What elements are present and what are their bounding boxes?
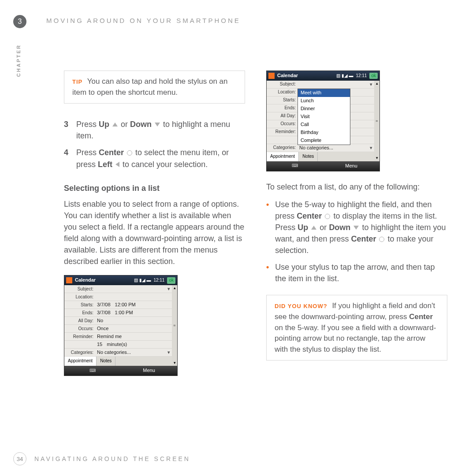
up-icon: [311, 226, 316, 230]
tip-callout: TIP You can also tap and hold the stylus…: [64, 71, 245, 104]
app-title: Calendar: [277, 72, 298, 79]
center-icon: [379, 237, 384, 242]
did-you-know-callout: DID YOU KNOW? If you highlight a field a…: [266, 295, 447, 361]
clock: 12:11: [153, 277, 164, 284]
ok-button[interactable]: ok: [369, 73, 378, 79]
step-4: 4 Press Center to select the menu item, …: [64, 147, 245, 170]
calendar-screenshot-1: Calendar ▧ ▮◢ ▬ 12:11 ok Subject:▾ Locat…: [64, 275, 178, 376]
left-icon: [115, 162, 119, 167]
key-up: Up: [298, 223, 308, 232]
key-up: Up: [99, 120, 109, 129]
footer-text: NAVIGATING AROUND THE SCREEN: [34, 455, 190, 462]
key-down: Down: [329, 223, 350, 232]
reminder-time-field[interactable]: 15minute(s): [95, 341, 172, 348]
start-icon: [66, 277, 72, 283]
option-list: • Use the 5-way to highlight the field, …: [266, 199, 447, 285]
bullet-icon: •: [266, 261, 269, 284]
running-header: MOVING AROUND ON YOUR SMARTPHONE: [46, 17, 241, 24]
chapter-number-badge: 3: [13, 15, 26, 28]
right-intro: To select from a list, do any of the fol…: [266, 181, 447, 193]
list-item[interactable]: Complete: [298, 137, 350, 145]
list-item[interactable]: Meet with: [298, 89, 350, 97]
chevron-down-icon[interactable]: ▾: [368, 81, 374, 88]
start-icon: [268, 73, 275, 79]
step-number: 4: [64, 147, 71, 170]
keyboard-icon[interactable]: ⌨: [267, 163, 323, 169]
chapter-side-label: CHAPTER: [16, 44, 21, 77]
bullet-icon: •: [266, 199, 269, 256]
clock: 12:11: [356, 73, 367, 79]
tip-text: You can also tap and hold the stylus on …: [72, 77, 228, 97]
menu-softkey[interactable]: Menu: [323, 163, 379, 170]
tip-label: TIP: [72, 78, 82, 85]
up-icon: [112, 123, 118, 126]
page-footer: 34 NAVIGATING AROUND THE SCREEN: [13, 452, 190, 465]
chevron-down-icon[interactable]: ▾: [166, 349, 172, 356]
tab-notes[interactable]: Notes: [97, 357, 115, 366]
starts-field[interactable]: 3/7/0812:00 PM: [95, 301, 172, 309]
keyboard-icon[interactable]: ⌨: [64, 368, 121, 374]
down-icon: [155, 123, 160, 126]
step-3: 3 Press Up or Down to highlight a menu i…: [64, 119, 245, 141]
calendar-screenshot-2: Calendar ▧ ▮◢ ▬ 12:11 ok Subject:▾ Locat…: [266, 71, 380, 171]
list-item[interactable]: Call: [298, 121, 350, 129]
list-item[interactable]: Birthday: [298, 129, 350, 137]
center-icon: [325, 214, 330, 219]
ends-field[interactable]: 3/7/081:00 PM: [95, 309, 172, 316]
key-center: Center: [351, 234, 376, 243]
tab-notes[interactable]: Notes: [299, 152, 318, 161]
categories-field[interactable]: No categories...: [298, 145, 368, 152]
right-column: Calendar ▧ ▮◢ ▬ 12:11 ok Subject:▾ Locat…: [266, 71, 447, 376]
key-center: Center: [99, 148, 124, 157]
list-item[interactable]: Visit: [298, 113, 350, 121]
chevron-down-icon[interactable]: ▾: [166, 286, 172, 293]
occurs-field[interactable]: Once: [95, 325, 172, 332]
ok-button[interactable]: ok: [167, 277, 175, 284]
app-title: Calendar: [75, 277, 96, 284]
subject-dropdown[interactable]: Meet with Lunch Dinner Visit Call Birthd…: [298, 89, 350, 145]
step-number: 3: [64, 119, 71, 141]
scrollbar[interactable]: ▴=▾: [172, 285, 177, 366]
key-down: Down: [130, 120, 152, 129]
chevron-down-icon[interactable]: ▾: [368, 145, 374, 152]
menu-softkey[interactable]: Menu: [121, 367, 177, 374]
signal-icon: ▧ ▮◢ ▬: [336, 73, 353, 79]
key-center: Center: [297, 212, 322, 220]
page-number: 34: [13, 452, 26, 465]
center-icon: [127, 150, 132, 156]
down-icon: [353, 226, 359, 230]
key-center: Center: [409, 312, 433, 321]
left-column: TIP You can also tap and hold the stylus…: [64, 71, 245, 376]
scrollbar[interactable]: ▴=▾: [374, 81, 379, 161]
tab-appointment[interactable]: Appointment: [267, 152, 299, 161]
list-paragraph: Lists enable you to select from a range …: [64, 198, 245, 268]
list-item[interactable]: Lunch: [298, 97, 350, 105]
dyk-label: DID YOU KNOW?: [275, 303, 327, 309]
section-heading: Selecting options in a list: [64, 182, 245, 194]
signal-icon: ▧ ▮◢ ▬: [134, 277, 151, 284]
tab-appointment[interactable]: Appointment: [64, 357, 97, 366]
reminder-field[interactable]: Remind me: [95, 333, 172, 340]
categories-field[interactable]: No categories...: [95, 349, 166, 356]
allday-field[interactable]: No: [95, 317, 172, 324]
key-left: Left: [98, 160, 112, 169]
list-item[interactable]: Dinner: [298, 105, 350, 113]
